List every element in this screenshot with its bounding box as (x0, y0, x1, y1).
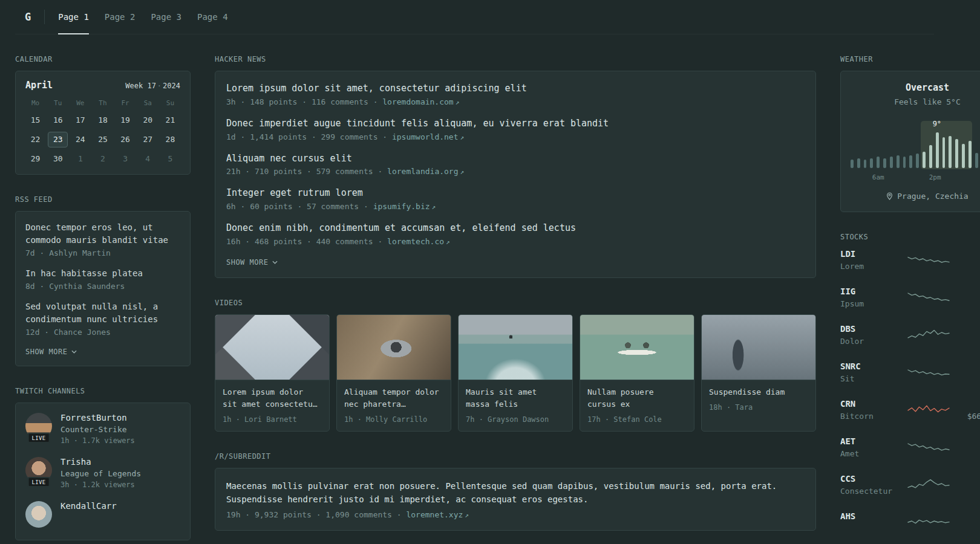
calendar-day[interactable]: 15 (25, 112, 45, 128)
video-thumbnail (215, 315, 329, 380)
weather-bar (969, 141, 972, 168)
calendar-week-year: Week 17·2024 (125, 82, 180, 90)
stock-name: Sit (840, 374, 907, 384)
hn-item-title[interactable]: Lorem ipsum dolor sit amet, consectetur … (226, 82, 805, 96)
stock-change: +0.46% (950, 511, 980, 522)
rss-item-title[interactable]: Sed volutpat nulla nisl, a condimentum n… (25, 300, 180, 326)
hn-item-title[interactable]: Donec enim nibh, condimentum et accumsan… (226, 222, 805, 235)
stock-symbol: LDI (840, 248, 907, 259)
hn-item-title[interactable]: Donec imperdiet augue tincidunt felis al… (226, 117, 805, 131)
calendar-day[interactable]: 4 (138, 151, 158, 167)
calendar-day[interactable]: 26 (116, 132, 136, 147)
stock-change: -1.00% (950, 398, 980, 409)
calendar-day[interactable]: 5 (160, 151, 180, 167)
stock-values: +0.46% (950, 511, 980, 534)
tab-page-1[interactable]: Page 1 (58, 0, 89, 34)
calendar-day[interactable]: 3 (116, 151, 136, 167)
stock-row[interactable]: AET Amet +0.92% $499.72 (840, 436, 980, 459)
stock-row[interactable]: AHS +0.46% (840, 511, 980, 534)
twitch-channel[interactable]: KendallCarr (25, 501, 180, 528)
hn-item-meta: 3h · 148 points · 116 comments · loremdo… (226, 97, 805, 106)
calendar-day[interactable]: 25 (93, 132, 113, 147)
stock-row[interactable]: LDI Lorem +4.35% $795.18 (840, 248, 980, 271)
video-card[interactable]: Suspendisse diam 18h · Tara (701, 314, 816, 432)
calendar-day[interactable]: 1 (70, 151, 90, 167)
tab-page-3[interactable]: Page 3 (151, 0, 181, 34)
channel-game: Counter-Strike (60, 425, 135, 434)
video-card[interactable]: Mauris sit amet massa felis 7h · Grayson… (458, 314, 573, 432)
calendar-day[interactable]: 28 (160, 132, 180, 147)
videos-scroll-row[interactable]: Lorem ipsum dolor sit amet consectetu… 1… (215, 314, 816, 432)
hn-domain-link[interactable]: loremlandia.org↗ (387, 167, 464, 176)
calendar-weekday: Fr (116, 98, 136, 109)
calendar-day[interactable]: 30 (48, 151, 68, 167)
video-title: Mauris sit amet massa felis (466, 386, 565, 410)
stock-change: +4.35% (950, 248, 980, 259)
video-card[interactable]: Aliquam tempor dolor nec pharetra… 1h · … (336, 314, 451, 432)
stock-price: $66,171.48 (950, 412, 980, 421)
stock-price (950, 524, 980, 534)
weather-axis: 6am 2pm 10pm (851, 173, 980, 183)
weather-bar (883, 158, 886, 168)
hn-show-more-button[interactable]: SHOW MORE (226, 257, 278, 267)
hn-domain-link[interactable]: loremtech.co↗ (387, 237, 450, 246)
twitch-channel[interactable]: LIVE ForrestBurton Counter-Strike 1h · 1… (25, 413, 180, 445)
rss-show-more-button[interactable]: SHOW MORE (25, 346, 77, 356)
calendar-day-selected[interactable]: 23 (48, 132, 68, 147)
hn-item-title[interactable]: Integer eget rutrum lorem (226, 187, 805, 200)
calendar-day[interactable]: 27 (138, 132, 158, 147)
weather-bar (857, 158, 860, 168)
avatar-wrap (25, 501, 52, 528)
stock-row[interactable]: CRN Bitcorn -1.00% $66,171.48 (840, 398, 980, 421)
video-card[interactable]: Lorem ipsum dolor sit amet consectetu… 1… (215, 314, 330, 432)
calendar-day[interactable]: 17 (70, 112, 90, 128)
video-card[interactable]: Nullam posuere cursus ex 17h · Stefan Co… (580, 314, 694, 432)
calendar-day[interactable]: 16 (48, 112, 68, 128)
subreddit-domain-link[interactable]: loremnet.xyz↗ (406, 510, 469, 519)
hn-item-title[interactable]: Aliquam nec cursus elit (226, 152, 805, 166)
stock-sparkline (907, 289, 950, 306)
external-link-icon: ↗ (465, 511, 469, 519)
stock-name: Lorem (840, 262, 907, 271)
channel-info: ForrestBurton Counter-Strike 1h · 1.7k v… (60, 413, 135, 445)
tab-page-4[interactable]: Page 4 (197, 0, 228, 34)
calendar-day[interactable]: 2 (93, 151, 113, 167)
calendar-day[interactable]: 29 (25, 151, 45, 167)
weather-bar (916, 154, 919, 168)
stock-row[interactable]: IIG Ipsum +2.84% $42.04 (840, 286, 980, 309)
calendar-day[interactable]: 24 (70, 132, 90, 147)
hn-meta-text: 21h · 710 points · 579 comments · (226, 167, 382, 176)
calendar-day[interactable]: 19 (116, 112, 136, 128)
twitch-channel[interactable]: LIVE Trisha League of Legends 3h · 1.2k … (25, 457, 180, 489)
stock-change: +1.42% (950, 323, 980, 334)
calendar-day[interactable]: 20 (138, 112, 158, 128)
calendar-day[interactable]: 21 (160, 112, 180, 128)
tab-page-2[interactable]: Page 2 (105, 0, 136, 34)
weather-location[interactable]: Prague, Czechia (851, 192, 980, 201)
weather-bar (955, 139, 958, 168)
calendar-weekday: Th (93, 98, 113, 109)
stock-row[interactable]: SNRC Sit +1.36% $148.64 (840, 361, 980, 384)
rss-item-title[interactable]: In hac habitasse platea (25, 267, 180, 280)
video-body: Mauris sit amet massa felis 7h · Grayson… (459, 380, 572, 431)
hn-domain-link[interactable]: ipsumify.biz↗ (373, 202, 436, 211)
stock-price: $156.28 (950, 337, 980, 346)
stock-symbol: IIG (840, 286, 907, 297)
channel-name: ForrestBurton (60, 413, 135, 423)
app-logo[interactable]: G (15, 0, 44, 34)
calendar-year: 2024 (163, 82, 180, 90)
calendar-day[interactable]: 22 (25, 132, 45, 147)
hn-domain-link[interactable]: loremdomain.com↗ (382, 97, 459, 106)
stock-name: Amet (840, 449, 907, 459)
calendar-day[interactable]: 18 (93, 112, 113, 128)
hn-meta-text: 1d · 1,414 points · 299 comments · (226, 132, 387, 141)
hn-item-meta: 6h · 60 points · 57 comments · ipsumify.… (226, 202, 805, 211)
stock-sparkline (907, 401, 950, 418)
stock-row[interactable]: CCS Consectetur +0.51% $165.84 (840, 473, 980, 496)
rss-item-title[interactable]: Donec tempor eros leo, ut commodo mauris… (25, 221, 180, 247)
nav-divider (44, 10, 45, 24)
stock-row[interactable]: DBS Dolor +1.42% $156.28 (840, 323, 980, 346)
subreddit-post-title[interactable]: Maecenas mollis pulvinar erat non posuer… (226, 479, 805, 507)
hn-domain-link[interactable]: ipsumworld.net↗ (392, 132, 464, 141)
stock-price: $42.04 (950, 299, 980, 309)
